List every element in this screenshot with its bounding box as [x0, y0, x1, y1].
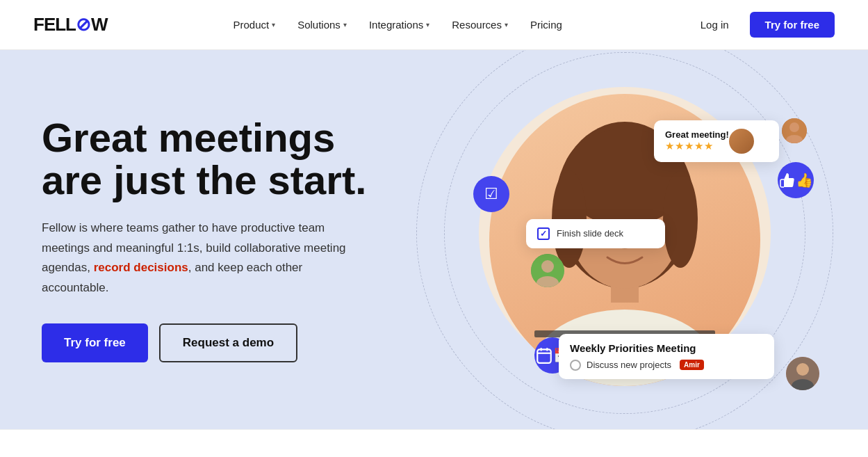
nav-pricing[interactable]: Pricing	[521, 13, 572, 36]
avatar-beard	[786, 357, 819, 390]
meeting-item-checkbox	[570, 360, 581, 371]
hero-description: Fellow is where teams gather to have pro…	[42, 218, 347, 299]
bottom-bar: Rated #1 meeting management software on …	[0, 429, 868, 457]
hero-section: Great meetings are just the start. Fello…	[0, 50, 868, 429]
meeting-card: Weekly Priorities Meeting Discuss new pr…	[559, 334, 774, 379]
nav-product[interactable]: Product ▾	[223, 13, 285, 36]
rating-avatar	[782, 118, 807, 143]
rating-card: Great meeting! ★★★★★	[654, 120, 779, 162]
hero-buttons: Try for free Request a demo	[42, 323, 389, 362]
meeting-item-text: Discuss new projects	[587, 360, 671, 370]
rating-stars: ★★★★★	[665, 140, 729, 152]
task-checkbox-icon	[537, 227, 550, 240]
navigation: FELL ⊘ W Product ▾ Solutions ▾ Integrati…	[0, 0, 868, 50]
person-avatar-beard	[786, 357, 819, 390]
chevron-down-icon: ▾	[505, 21, 508, 29]
highlight-text: record decisions	[94, 261, 188, 274]
rating-avatar-img	[729, 129, 754, 154]
meeting-title: Weekly Priorities Meeting	[570, 342, 763, 354]
rating-card-content: Great meeting! ★★★★★	[665, 129, 754, 154]
nav-cta-button[interactable]: Try for free	[750, 12, 835, 38]
rating-title: Great meeting!	[665, 129, 729, 140]
nav-integrations[interactable]: Integrations ▾	[359, 13, 439, 36]
meeting-assignee-badge: Amir	[680, 360, 704, 370]
svg-rect-18	[537, 349, 551, 362]
request-demo-button[interactable]: Request a demo	[159, 323, 297, 362]
rating-info: Great meeting! ★★★★★	[665, 129, 729, 152]
nav-solutions[interactable]: Solutions ▾	[288, 13, 357, 36]
person-avatar-green	[531, 254, 564, 287]
hero-left: Great meetings are just the start. Fello…	[42, 117, 389, 362]
hero-title: Great meetings are just the start.	[42, 117, 389, 202]
task-label: Finish slide deck	[557, 228, 623, 239]
floating-thumbsup-icon	[778, 162, 814, 198]
chevron-down-icon: ▾	[343, 21, 347, 29]
chevron-down-icon: ▾	[426, 21, 429, 29]
thumbs-up-icon	[779, 172, 796, 189]
svg-point-29	[789, 122, 799, 132]
try-for-free-button[interactable]: Try for free	[42, 323, 148, 362]
avatar-green	[531, 254, 564, 287]
meeting-item-row: Discuss new projects Amir	[570, 360, 763, 371]
nav-links: Product ▾ Solutions ▾ Integrations ▾ Res…	[223, 13, 571, 36]
nav-resources[interactable]: Resources ▾	[442, 13, 518, 36]
hero-right: Great meeting! ★★★★★ Finish slide deck W…	[423, 66, 826, 414]
svg-point-26	[796, 363, 809, 376]
svg-point-9	[663, 170, 698, 268]
floating-checkbox-icon	[473, 176, 509, 212]
rating-person-avatar	[782, 118, 807, 143]
nav-right: Log in Try for free	[688, 12, 835, 38]
svg-point-23	[541, 260, 554, 273]
logo[interactable]: FELL ⊘ W	[33, 14, 108, 35]
login-button[interactable]: Log in	[688, 13, 742, 36]
task-card: Finish slide deck	[526, 219, 665, 248]
chevron-down-icon: ▾	[272, 21, 275, 29]
calendar-icon	[535, 346, 553, 364]
